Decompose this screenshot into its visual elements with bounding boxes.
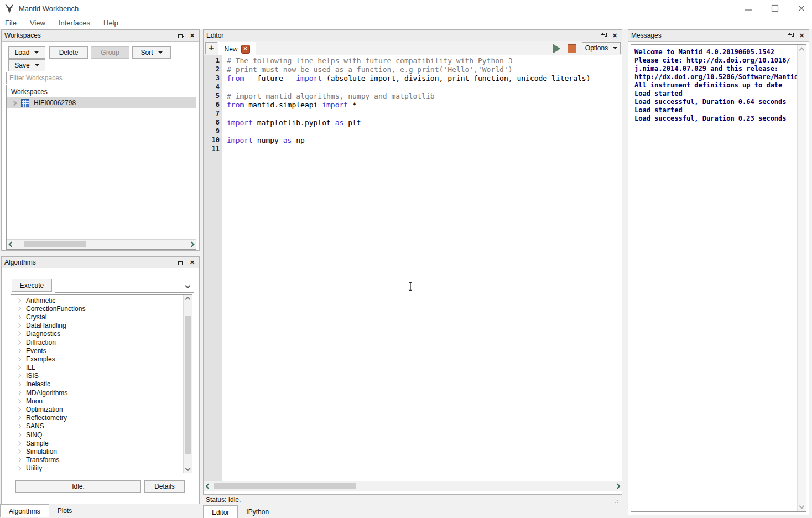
expand-chevron-icon[interactable] (17, 340, 21, 344)
algorithm-category-correctionfunctions[interactable]: CorrectionFunctions (11, 304, 183, 313)
menu-view[interactable]: View (30, 19, 45, 27)
workspaces-horizontal-scrollbar[interactable] (7, 239, 196, 249)
scrollbar-thumb[interactable] (214, 483, 356, 489)
load-button[interactable]: Load (8, 46, 45, 59)
algorithm-category-mdalgorithms[interactable]: MDAlgorithms (11, 388, 183, 397)
float-panel-icon[interactable] (177, 258, 185, 266)
expand-chevron-icon[interactable] (17, 432, 21, 437)
dock-tab-plots[interactable]: Plots (49, 504, 81, 517)
scroll-right-icon[interactable] (613, 481, 622, 490)
algorithm-category-inelastic[interactable]: Inelastic (11, 380, 183, 388)
float-panel-icon[interactable] (787, 32, 795, 39)
expand-chevron-icon[interactable] (17, 449, 21, 454)
algorithm-category-transforms[interactable]: Transforms (11, 456, 183, 464)
close-button[interactable] (793, 2, 810, 15)
algorithm-category-isis[interactable]: ISIS (11, 372, 183, 380)
filter-workspaces-input[interactable] (6, 72, 195, 84)
expand-chevron-icon[interactable] (17, 382, 21, 386)
algorithm-category-sample[interactable]: Sample (11, 439, 183, 447)
tab-close-icon[interactable]: ✕ (241, 45, 250, 54)
scrollbar-thumb[interactable] (24, 241, 86, 247)
dock-tab-algorithms[interactable]: Algorithms (0, 504, 49, 517)
abort-script-button[interactable] (566, 44, 577, 53)
new-tab-button[interactable]: + (205, 42, 217, 54)
code-text (224, 83, 227, 92)
close-panel-icon[interactable]: ✕ (611, 32, 619, 39)
algorithm-category-reflectometry[interactable]: Reflectometry (11, 414, 183, 422)
expand-chevron-icon[interactable] (17, 424, 21, 428)
algorithm-category-diagnostics[interactable]: Diagnostics (11, 330, 183, 338)
minimize-button[interactable] (740, 2, 757, 15)
algorithm-category-examples[interactable]: Examples (11, 355, 183, 363)
algorithm-category-crystal[interactable]: Crystal (11, 313, 183, 321)
maximize-button[interactable] (767, 2, 783, 15)
messages-vertical-scrollbar[interactable] (797, 45, 806, 511)
menu-help[interactable]: Help (103, 19, 118, 27)
menu-file[interactable]: File (5, 19, 17, 27)
algorithm-category-datahandling[interactable]: DataHandling (11, 322, 183, 330)
close-panel-icon[interactable]: ✕ (798, 32, 806, 39)
scroll-down-icon[interactable] (798, 502, 806, 510)
scroll-right-icon[interactable] (187, 240, 196, 248)
algorithm-search-combobox[interactable] (55, 279, 194, 293)
details-button[interactable]: Details (144, 480, 185, 493)
expand-chevron-icon[interactable] (17, 416, 21, 420)
algorithm-category-optimization[interactable]: Optimization (11, 405, 183, 413)
expand-chevron-icon[interactable] (12, 100, 17, 106)
messages-log[interactable]: Welcome to Mantid 4.0.20190605.1542Pleas… (631, 44, 806, 512)
expand-chevron-icon[interactable] (17, 365, 21, 370)
save-button[interactable]: Save (8, 59, 45, 71)
run-script-button[interactable] (550, 44, 563, 53)
dock-tab-ipython[interactable]: IPython (238, 505, 277, 518)
scroll-left-icon[interactable] (7, 240, 15, 248)
close-panel-icon[interactable]: ✕ (188, 32, 196, 39)
algorithm-category-ill[interactable]: ILL (11, 364, 183, 372)
algorithm-category-diffraction[interactable]: Diffraction (11, 338, 183, 346)
options-button[interactable]: Options (582, 42, 621, 54)
algorithm-category-label: Utility (26, 464, 42, 472)
resize-grip[interactable] (612, 498, 618, 503)
close-panel-icon[interactable]: ✕ (188, 258, 196, 266)
expand-chevron-icon[interactable] (17, 399, 21, 403)
expand-chevron-icon[interactable] (17, 331, 21, 336)
expand-chevron-icon[interactable] (17, 323, 21, 328)
algorithm-category-arithmetic[interactable]: Arithmetic (11, 296, 183, 304)
algorithm-category-events[interactable]: Events (11, 346, 183, 355)
scrollbar-thumb[interactable] (185, 316, 191, 454)
expand-chevron-icon[interactable] (17, 298, 21, 302)
scroll-up-icon[interactable] (798, 46, 806, 54)
float-panel-icon[interactable] (600, 32, 608, 39)
delete-button[interactable]: Delete (49, 46, 88, 59)
expand-chevron-icon[interactable] (17, 315, 21, 319)
code-editor[interactable]: 1# The following line helps with future … (204, 55, 622, 481)
expand-chevron-icon[interactable] (17, 357, 21, 361)
algorithm-category-utility[interactable]: Utility (11, 464, 183, 473)
algorithm-category-sinq[interactable]: SINQ (11, 431, 183, 439)
expand-chevron-icon[interactable] (17, 458, 21, 462)
expand-chevron-icon[interactable] (17, 374, 21, 378)
menu-interfaces[interactable]: Interfaces (59, 19, 90, 27)
expand-chevron-icon[interactable] (17, 348, 21, 353)
scroll-left-icon[interactable] (204, 481, 212, 490)
execute-button[interactable]: Execute (12, 279, 52, 292)
scroll-up-icon[interactable] (184, 295, 192, 303)
dock-tab-editor[interactable]: Editor (203, 505, 238, 518)
expand-chevron-icon[interactable] (17, 390, 21, 395)
algorithm-category-sans[interactable]: SANS (11, 422, 183, 431)
algorithms-panel-title: Algorithms (4, 258, 36, 266)
expand-chevron-icon[interactable] (17, 466, 21, 470)
scroll-down-icon[interactable] (184, 464, 192, 473)
tab-new-script[interactable]: New ✕ (218, 42, 256, 56)
algorithms-vertical-scrollbar[interactable] (183, 295, 192, 473)
workspace-item[interactable]: HIFI00062798 (7, 97, 196, 108)
editor-horizontal-scrollbar[interactable] (204, 481, 622, 491)
algorithm-category-list[interactable]: ArithmeticCorrectionFunctionsCrystalData… (11, 294, 192, 473)
workspaces-tree[interactable]: Workspaces HIFI00062798 (6, 85, 196, 250)
sort-button[interactable]: Sort (132, 46, 171, 59)
expand-chevron-icon[interactable] (17, 307, 21, 311)
expand-chevron-icon[interactable] (17, 407, 21, 412)
algorithm-category-muon[interactable]: Muon (11, 397, 183, 405)
float-panel-icon[interactable] (177, 32, 185, 39)
expand-chevron-icon[interactable] (17, 441, 21, 446)
algorithm-category-simulation[interactable]: Simulation (11, 447, 183, 455)
